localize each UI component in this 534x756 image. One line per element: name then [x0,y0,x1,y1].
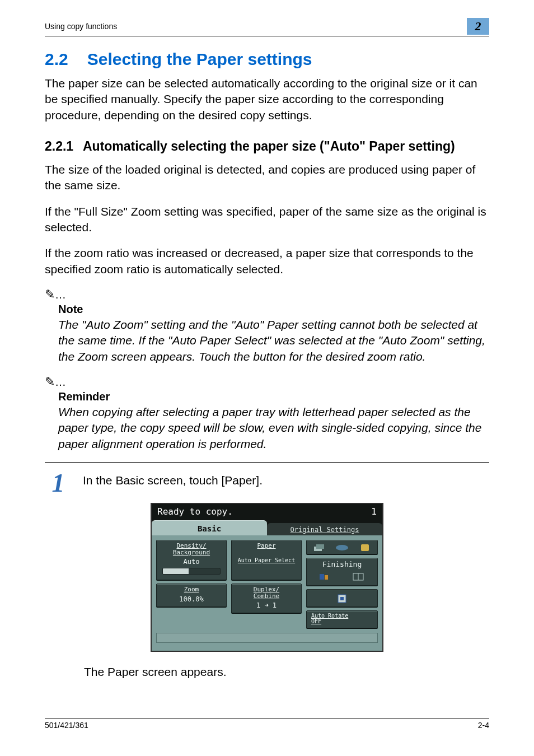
section-heading: 2.2Selecting the Paper settings [45,50,489,69]
section-title: Selecting the Paper settings [87,50,312,68]
output-tray-icon [336,594,348,604]
subsection-title: Automatically selecting the paper size (… [83,139,489,154]
note-body: The "Auto Zoom" setting and the "Auto" P… [58,317,489,365]
density-value: Auto [159,558,224,566]
duplex-value: 1 ➜ 1 [234,601,299,609]
subsection-p2: If the "Full Size" Zoom setting was spec… [45,204,489,236]
reminder-block: ✎… Reminder When copying after selecting… [45,375,489,452]
density-button[interactable]: Density/ Background Auto [156,540,227,580]
finishing-title: Finishing [309,561,375,568]
subsection-p3: If the zoom ratio was increased or decre… [45,245,489,277]
note-icon: ✎… [45,287,489,301]
paper-subline: Auto Paper Select [238,557,295,563]
pages-icon [319,572,332,581]
zoom-value: 100.0% [159,595,224,603]
density-meter-icon [162,568,221,575]
density-title: Density/ Background [159,543,224,556]
status-text: Ready to copy. [157,506,233,517]
svg-rect-3 [361,544,369,551]
copier-screen: Ready to copy. 1 Basic Original Settings… [151,503,383,652]
svg-rect-1 [316,544,324,549]
output-icon-row [306,589,378,607]
reminder-icon: ✎… [45,375,489,388]
step-number: 1 [45,470,72,496]
tab-basic[interactable]: Basic [152,520,267,535]
section-number: 2.2 [45,50,68,69]
svg-rect-9 [340,597,344,600]
note-label: Note [58,303,489,316]
auto-rotate-label: Auto Rotate OFF [309,613,375,624]
svg-rect-4 [320,574,324,580]
section-intro: The paper size can be selected automatic… [45,76,489,123]
bottom-bar [156,633,378,643]
auto-rotate-button[interactable]: Auto Rotate OFF [306,610,378,628]
finishing-button[interactable]: Finishing [306,558,378,586]
running-title: Using copy functions [45,22,117,31]
duplex-button[interactable]: Duplex/ Combine 1 ➜ 1 [231,584,302,613]
paper-title: Paper [234,543,299,549]
stack-icon [313,543,325,552]
subsection-heading: 2.2.1 Automatically selecting the paper … [45,139,489,154]
step-text: In the Basic screen, touch [Paper]. [72,470,263,487]
note-block: ✎… Note The "Auto Zoom" setting and the … [45,287,489,365]
reminder-label: Reminder [58,390,489,403]
footer-right: 2-4 [478,721,489,730]
step-result: The Paper screen appears. [84,665,489,679]
duplex-title: Duplex/ Combine [234,586,299,599]
chapter-number-badge: 2 [467,18,489,35]
finishing-mode-row [306,540,378,554]
booklet-icon [352,572,366,581]
tab-original-settings[interactable]: Original Settings [267,523,382,536]
subsection-number: 2.2.1 [45,139,83,154]
svg-rect-5 [325,575,328,580]
paper-button[interactable]: Paper Auto Paper Select [231,540,302,580]
subsection-p1: The size of the loaded original is detec… [45,162,489,194]
staple-icon [335,543,349,552]
copy-count: 1 [371,506,377,517]
zoom-button[interactable]: Zoom 100.0% [156,584,227,607]
svg-point-2 [336,545,348,550]
footer-left: 501/421/361 [45,721,88,730]
reminder-body: When copying after selecting a paper tra… [58,404,489,452]
punch-icon [359,543,371,552]
zoom-title: Zoom [159,586,224,593]
